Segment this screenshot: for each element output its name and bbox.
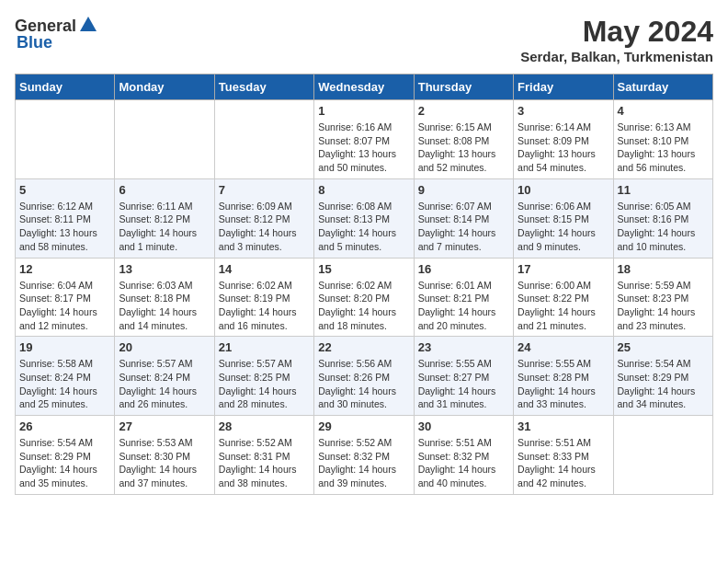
day-info: Sunrise: 6:00 AMSunset: 8:22 PMDaylight:… bbox=[518, 279, 609, 333]
day-number: 23 bbox=[418, 340, 509, 354]
day-number: 14 bbox=[219, 262, 310, 276]
calendar-cell: 28Sunrise: 5:52 AMSunset: 8:31 PMDayligh… bbox=[214, 416, 313, 495]
svg-marker-0 bbox=[80, 17, 97, 31]
calendar-cell: 30Sunrise: 5:51 AMSunset: 8:32 PMDayligh… bbox=[414, 416, 513, 495]
calendar-table: SundayMondayTuesdayWednesdayThursdayFrid… bbox=[15, 74, 713, 495]
day-number: 4 bbox=[618, 104, 709, 118]
calendar-cell: 21Sunrise: 5:57 AMSunset: 8:25 PMDayligh… bbox=[214, 337, 313, 416]
location: Serdar, Balkan, Turkmenistan bbox=[520, 49, 713, 64]
calendar-cell bbox=[613, 416, 712, 495]
calendar-cell bbox=[16, 100, 115, 179]
day-number: 9 bbox=[418, 183, 509, 197]
day-info: Sunrise: 6:14 AMSunset: 8:09 PMDaylight:… bbox=[518, 121, 609, 175]
day-info: Sunrise: 6:02 AMSunset: 8:19 PMDaylight:… bbox=[219, 279, 310, 333]
day-info: Sunrise: 5:55 AMSunset: 8:28 PMDaylight:… bbox=[518, 357, 609, 411]
day-info: Sunrise: 5:54 AMSunset: 8:29 PMDaylight:… bbox=[19, 436, 110, 490]
calendar-cell: 20Sunrise: 5:57 AMSunset: 8:24 PMDayligh… bbox=[115, 337, 214, 416]
calendar-week-3: 12Sunrise: 6:04 AMSunset: 8:17 PMDayligh… bbox=[16, 258, 713, 337]
calendar-cell: 12Sunrise: 6:04 AMSunset: 8:17 PMDayligh… bbox=[16, 258, 115, 337]
day-info: Sunrise: 6:02 AMSunset: 8:20 PMDaylight:… bbox=[318, 279, 409, 333]
day-number: 15 bbox=[318, 262, 409, 276]
day-number: 11 bbox=[618, 183, 709, 197]
calendar-cell: 22Sunrise: 5:56 AMSunset: 8:26 PMDayligh… bbox=[314, 337, 414, 416]
day-info: Sunrise: 5:55 AMSunset: 8:27 PMDaylight:… bbox=[418, 357, 509, 411]
day-info: Sunrise: 6:01 AMSunset: 8:21 PMDaylight:… bbox=[418, 279, 509, 333]
calendar-cell: 6Sunrise: 6:11 AMSunset: 8:12 PMDaylight… bbox=[115, 178, 214, 258]
calendar-week-2: 5Sunrise: 6:12 AMSunset: 8:11 PMDaylight… bbox=[16, 178, 713, 258]
day-number: 10 bbox=[518, 183, 609, 197]
day-info: Sunrise: 6:08 AMSunset: 8:13 PMDaylight:… bbox=[318, 200, 409, 254]
calendar-header-row: SundayMondayTuesdayWednesdayThursdayFrid… bbox=[16, 75, 713, 100]
day-header-thursday: Thursday bbox=[414, 75, 513, 100]
calendar-cell: 13Sunrise: 6:03 AMSunset: 8:18 PMDayligh… bbox=[115, 258, 214, 337]
day-number: 8 bbox=[318, 183, 409, 197]
day-number: 13 bbox=[119, 262, 210, 276]
day-number: 24 bbox=[518, 340, 609, 354]
calendar-cell: 2Sunrise: 6:15 AMSunset: 8:08 PMDaylight… bbox=[414, 100, 513, 179]
day-number: 25 bbox=[618, 340, 709, 354]
day-info: Sunrise: 5:56 AMSunset: 8:26 PMDaylight:… bbox=[318, 357, 409, 411]
logo: General Blue bbox=[15, 15, 98, 52]
logo-blue-text: Blue bbox=[17, 33, 52, 52]
day-header-monday: Monday bbox=[115, 75, 214, 100]
day-number: 2 bbox=[418, 104, 509, 118]
calendar-cell: 18Sunrise: 5:59 AMSunset: 8:23 PMDayligh… bbox=[613, 258, 712, 337]
day-info: Sunrise: 6:16 AMSunset: 8:07 PMDaylight:… bbox=[318, 121, 409, 175]
day-info: Sunrise: 6:13 AMSunset: 8:10 PMDaylight:… bbox=[618, 121, 709, 175]
calendar-cell: 17Sunrise: 6:00 AMSunset: 8:22 PMDayligh… bbox=[514, 258, 613, 337]
calendar-cell: 3Sunrise: 6:14 AMSunset: 8:09 PMDaylight… bbox=[514, 100, 613, 179]
day-number: 31 bbox=[518, 419, 609, 433]
calendar-cell: 19Sunrise: 5:58 AMSunset: 8:24 PMDayligh… bbox=[16, 337, 115, 416]
day-number: 19 bbox=[19, 340, 110, 354]
day-number: 5 bbox=[19, 183, 110, 197]
calendar-cell: 15Sunrise: 6:02 AMSunset: 8:20 PMDayligh… bbox=[314, 258, 414, 337]
day-header-wednesday: Wednesday bbox=[314, 75, 414, 100]
day-info: Sunrise: 5:54 AMSunset: 8:29 PMDaylight:… bbox=[618, 357, 709, 411]
month-title: May 2024 bbox=[520, 15, 713, 49]
day-number: 7 bbox=[219, 183, 310, 197]
calendar-cell: 11Sunrise: 6:05 AMSunset: 8:16 PMDayligh… bbox=[613, 178, 712, 258]
calendar-cell: 7Sunrise: 6:09 AMSunset: 8:12 PMDaylight… bbox=[214, 178, 313, 258]
day-info: Sunrise: 5:51 AMSunset: 8:32 PMDaylight:… bbox=[418, 436, 509, 490]
day-info: Sunrise: 6:04 AMSunset: 8:17 PMDaylight:… bbox=[19, 279, 110, 333]
calendar-cell: 25Sunrise: 5:54 AMSunset: 8:29 PMDayligh… bbox=[613, 337, 712, 416]
day-info: Sunrise: 6:15 AMSunset: 8:08 PMDaylight:… bbox=[418, 121, 509, 175]
day-header-saturday: Saturday bbox=[613, 75, 712, 100]
day-info: Sunrise: 5:57 AMSunset: 8:25 PMDaylight:… bbox=[219, 357, 310, 411]
day-info: Sunrise: 5:53 AMSunset: 8:30 PMDaylight:… bbox=[119, 436, 210, 490]
day-number: 26 bbox=[19, 419, 110, 433]
calendar-cell: 26Sunrise: 5:54 AMSunset: 8:29 PMDayligh… bbox=[16, 416, 115, 495]
day-info: Sunrise: 5:52 AMSunset: 8:31 PMDaylight:… bbox=[219, 436, 310, 490]
calendar-cell: 14Sunrise: 6:02 AMSunset: 8:19 PMDayligh… bbox=[214, 258, 313, 337]
day-header-sunday: Sunday bbox=[16, 75, 115, 100]
day-number: 22 bbox=[318, 340, 409, 354]
calendar-cell: 9Sunrise: 6:07 AMSunset: 8:14 PMDaylight… bbox=[414, 178, 513, 258]
day-info: Sunrise: 6:06 AMSunset: 8:15 PMDaylight:… bbox=[518, 200, 609, 254]
title-block: May 2024 Serdar, Balkan, Turkmenistan bbox=[520, 15, 713, 64]
day-number: 20 bbox=[119, 340, 210, 354]
calendar-week-5: 26Sunrise: 5:54 AMSunset: 8:29 PMDayligh… bbox=[16, 416, 713, 495]
day-info: Sunrise: 6:03 AMSunset: 8:18 PMDaylight:… bbox=[119, 279, 210, 333]
calendar-cell: 8Sunrise: 6:08 AMSunset: 8:13 PMDaylight… bbox=[314, 178, 414, 258]
day-info: Sunrise: 6:05 AMSunset: 8:16 PMDaylight:… bbox=[618, 200, 709, 254]
calendar-cell bbox=[115, 100, 214, 179]
day-info: Sunrise: 5:51 AMSunset: 8:33 PMDaylight:… bbox=[518, 436, 609, 490]
day-number: 27 bbox=[119, 419, 210, 433]
calendar-cell: 31Sunrise: 5:51 AMSunset: 8:33 PMDayligh… bbox=[514, 416, 613, 495]
day-number: 21 bbox=[219, 340, 310, 354]
day-number: 30 bbox=[418, 419, 509, 433]
day-info: Sunrise: 6:07 AMSunset: 8:14 PMDaylight:… bbox=[418, 200, 509, 254]
calendar-cell: 27Sunrise: 5:53 AMSunset: 8:30 PMDayligh… bbox=[115, 416, 214, 495]
day-number: 1 bbox=[318, 104, 409, 118]
calendar-cell: 16Sunrise: 6:01 AMSunset: 8:21 PMDayligh… bbox=[414, 258, 513, 337]
day-info: Sunrise: 5:58 AMSunset: 8:24 PMDaylight:… bbox=[19, 357, 110, 411]
day-number: 17 bbox=[518, 262, 609, 276]
logo-icon bbox=[78, 15, 98, 35]
page-header: General Blue May 2024 Serdar, Balkan, Tu… bbox=[15, 15, 713, 64]
calendar-cell: 4Sunrise: 6:13 AMSunset: 8:10 PMDaylight… bbox=[613, 100, 712, 179]
day-header-friday: Friday bbox=[514, 75, 613, 100]
day-info: Sunrise: 6:12 AMSunset: 8:11 PMDaylight:… bbox=[19, 200, 110, 254]
day-info: Sunrise: 6:09 AMSunset: 8:12 PMDaylight:… bbox=[219, 200, 310, 254]
calendar-week-1: 1Sunrise: 6:16 AMSunset: 8:07 PMDaylight… bbox=[16, 100, 713, 179]
calendar-week-4: 19Sunrise: 5:58 AMSunset: 8:24 PMDayligh… bbox=[16, 337, 713, 416]
